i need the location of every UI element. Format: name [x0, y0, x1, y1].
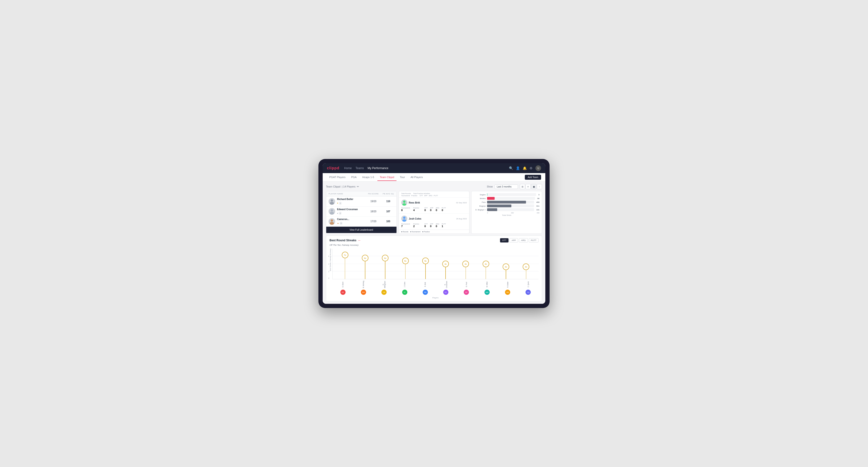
bar-label: Pars	[474, 201, 486, 203]
team-name: Team Clippd	[326, 185, 340, 188]
sub-nav-hcaps[interactable]: Hcaps 1-5	[360, 174, 376, 181]
player-name-3: Cameron...	[337, 218, 365, 220]
card-view-icon[interactable]: ▣	[531, 184, 536, 189]
streak-bubble: 7x	[342, 252, 348, 258]
bar-container	[487, 193, 536, 196]
sub-nav-pgat[interactable]: PGAT Players	[327, 174, 348, 181]
tab-app[interactable]: APP	[509, 238, 518, 243]
tab-arg[interactable]: ARG	[519, 238, 528, 243]
sub-nav-tour[interactable]: Tour	[398, 174, 407, 181]
practice-1: 4	[413, 209, 419, 212]
sub-nav-pga[interactable]: PGA	[349, 174, 359, 181]
search-icon[interactable]: 🔍	[509, 166, 513, 170]
dot-chart: 0 2 4 6 7x6x6x5x5x4x4x4x3x3x E. EbertEEB…	[332, 249, 538, 299]
nav-teams[interactable]: Teams	[355, 165, 364, 171]
player-avatar-1	[329, 198, 335, 205]
player-col-bottom: C. QuickCQ	[518, 280, 538, 295]
avatar[interactable]: U	[535, 165, 541, 171]
dot-col: 5x	[395, 249, 415, 279]
x-axis-label: Players	[332, 297, 538, 299]
streak-line	[526, 270, 526, 279]
app-2: 0	[430, 225, 433, 228]
player-name-label: D. Billingham	[382, 280, 385, 289]
svg-point-6	[403, 200, 405, 203]
sub-nav-team-clippd[interactable]: Team Clippd	[377, 174, 397, 181]
player-col-bottom: R. ButlerRB	[497, 280, 518, 295]
svg-point-7	[402, 203, 406, 206]
streak-line	[405, 264, 406, 279]
streaks-tabs: OTT APP ARG PUTT	[500, 238, 538, 243]
player-col-bottom: E. EbertEE	[333, 280, 353, 295]
streak-bubble: 5x	[422, 257, 429, 264]
player-name-2: Edward Crossman	[337, 208, 365, 211]
content-header: Team Clippd | 14 Players ✏ Show Last 3 m…	[326, 184, 542, 189]
chart-panel: Eagles 3 Birdies 96 Pars 499 Bogeys 311 …	[471, 191, 542, 234]
card-date-1: 02 Sep 2023	[456, 201, 467, 204]
nav-home[interactable]: Home	[344, 165, 352, 171]
card-avatar-2	[401, 216, 407, 222]
player-card-1: Rees Britt 02 Sep 2023 Tournament 8	[399, 198, 469, 214]
dot-col: 4x	[476, 249, 496, 279]
streak-line	[365, 261, 365, 279]
player-avatar-dot: RB	[505, 290, 510, 295]
dot-col: 4x	[435, 249, 456, 279]
bar-fill	[487, 205, 512, 207]
pb-avg-1: 110	[382, 200, 394, 203]
streak-bubble: 6x	[362, 255, 368, 261]
bar-fill	[487, 208, 497, 211]
putt-1: 0	[441, 209, 446, 212]
streak-bubble: 3x	[503, 263, 509, 270]
table-row: Cameron... ▲ 3 17/20 103	[326, 217, 397, 227]
list-view-icon[interactable]: ≡	[526, 184, 531, 189]
dot-col: 6x	[375, 249, 395, 279]
user-icon[interactable]: 👤	[516, 166, 520, 170]
player-avatar-dot: MM	[485, 290, 490, 295]
badge-num-2: 2	[338, 212, 342, 215]
badge-num-1: 1	[339, 201, 342, 205]
y-tick-0: 0	[328, 277, 329, 279]
grid-view-icon[interactable]: ⊞	[520, 184, 525, 189]
player-avatar-dot: DB	[381, 290, 386, 295]
silver-badge-icon: ♦	[337, 212, 338, 214]
nav-my-performance[interactable]: My Performance	[368, 165, 388, 171]
view-leaderboard-button[interactable]: View Full Leaderboard	[326, 227, 397, 233]
player-avatar-dot: JC	[402, 290, 407, 295]
bar-label: Birdies	[474, 197, 486, 199]
table-row: Richard Butler ♥ 1 19/20 110	[326, 196, 397, 207]
bar-container	[487, 208, 534, 211]
pb-avg-2: 107	[382, 210, 394, 213]
settings-icon[interactable]: ⚙	[530, 166, 533, 170]
edit-icon[interactable]: ✏	[357, 185, 359, 188]
app-brand: clippd	[327, 166, 339, 170]
bar-row: D. Bogeys + 131	[474, 208, 539, 211]
total-practice-col-header: Total Practice Activities	[413, 193, 430, 194]
ott-2: 0	[424, 225, 428, 228]
svg-point-1	[330, 202, 334, 205]
streak-bubble: 4x	[442, 261, 449, 267]
player-col-bottom: D. FordDF	[456, 280, 477, 295]
bell-icon[interactable]: 🔔	[523, 166, 527, 170]
card-name-1: Rees Britt	[409, 201, 455, 204]
streak-bubble: 4x	[483, 261, 489, 267]
practice-legend: ■ Practice	[422, 231, 430, 232]
three-col-layout: PLAYER NAME PB SCORE PB AVG SQ Richard B…	[326, 191, 542, 234]
axis-200: 200	[511, 212, 514, 214]
player-name-label: R. Butler	[507, 280, 508, 289]
export-icon[interactable]: ↑	[537, 184, 542, 189]
add-team-button[interactable]: Add Team	[525, 175, 541, 180]
pb-score-1: 19/20	[366, 200, 380, 203]
period-select[interactable]: Last 3 months Last 6 months Last 12 mont…	[495, 184, 518, 189]
table-row: Edward Crossman ♦ 2 18/20 107	[326, 207, 397, 217]
tab-ott[interactable]: OTT	[500, 238, 508, 243]
col-player-label: PLAYER NAME	[329, 193, 365, 195]
bar-container	[487, 201, 534, 204]
arg-2: 0	[436, 225, 439, 228]
sub-nav-all-players[interactable]: All Players	[408, 174, 425, 181]
bar-label: Bogeys	[474, 205, 486, 207]
tab-putt[interactable]: PUTT	[529, 238, 539, 243]
player-card-2: Josh Coles 26 Aug 2023 Tournament 7	[399, 214, 469, 230]
streak-bubble: 3x	[523, 263, 529, 270]
svg-point-2	[331, 209, 333, 212]
dot-col: 7x	[335, 249, 355, 279]
pb-score-2: 18/20	[366, 210, 380, 213]
